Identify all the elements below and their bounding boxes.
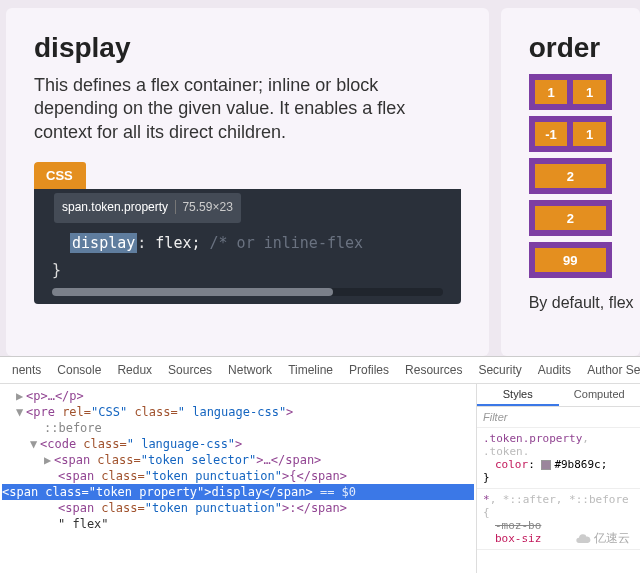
styles-filter[interactable]: Filter (477, 407, 640, 428)
tab-profiles[interactable]: Profiles (341, 357, 397, 383)
code-line-2: display: flex; /* or inline-flex (52, 230, 443, 257)
order-box: -1 (535, 122, 568, 146)
dom-node[interactable]: ▶<p>…</p> (2, 388, 474, 404)
tab-network[interactable]: Network (220, 357, 280, 383)
order-row: -11 (529, 116, 612, 152)
display-title: display (34, 32, 461, 64)
horizontal-scrollbar[interactable] (52, 288, 443, 296)
order-title: order (529, 32, 612, 64)
tab-security[interactable]: Security (470, 357, 529, 383)
dom-node[interactable]: ▼<code class=" language-css"> (2, 436, 474, 452)
subtab-computed[interactable]: Computed (559, 384, 641, 406)
dom-node[interactable]: ▼<pre rel="CSS" class=" language-css"> (2, 404, 474, 420)
subtab-styles[interactable]: Styles (477, 384, 559, 406)
order-grid: 11 -11 2 2 99 (529, 74, 612, 278)
order-box: 1 (573, 80, 606, 104)
tab-redux[interactable]: Redux (109, 357, 160, 383)
display-card: display This defines a flex container; i… (6, 8, 489, 356)
tab-console[interactable]: Console (49, 357, 109, 383)
color-swatch-icon[interactable] (541, 460, 551, 470)
tooltip-dimensions: 75.59×23 (175, 200, 232, 214)
order-row: 2 (529, 200, 612, 236)
dom-node-selected[interactable]: <span class="token property">display</sp… (2, 484, 474, 500)
order-row: 2 (529, 158, 612, 194)
watermark: 亿速云 (571, 528, 634, 549)
highlighted-property: display (70, 233, 137, 253)
order-desc: By default, flex (529, 294, 612, 312)
devtools-tabs: nents Console Redux Sources Network Time… (0, 357, 640, 384)
code-body[interactable]: span.token.property 75.59×23 .c display:… (34, 189, 461, 304)
display-desc: This defines a flex container; inline or… (34, 74, 461, 144)
dom-text-node[interactable]: " flex" (2, 516, 474, 532)
code-block: CSS span.token.property 75.59×23 .c disp… (34, 162, 461, 304)
order-row: 99 (529, 242, 612, 278)
devtools-panel: nents Console Redux Sources Network Time… (0, 356, 640, 573)
order-box: 99 (535, 248, 606, 272)
tab-resources[interactable]: Resources (397, 357, 470, 383)
tab-timeline[interactable]: Timeline (280, 357, 341, 383)
tab-sources[interactable]: Sources (160, 357, 220, 383)
order-box: 1 (535, 80, 568, 104)
dom-tree[interactable]: ▶<p>…</p> ▼<pre rel="CSS" class=" langua… (0, 384, 476, 573)
order-card: order 11 -11 2 2 99 By default, flex (501, 8, 640, 356)
cloud-icon (575, 531, 591, 547)
dom-node[interactable]: ▶<span class="token selector">…</span> (2, 452, 474, 468)
code-line-3: } (52, 257, 443, 284)
tab-audits[interactable]: Audits (530, 357, 579, 383)
code-lang-tab: CSS (34, 162, 86, 189)
css-rule[interactable]: .token.property, .token. color: #9b869c;… (477, 428, 640, 489)
order-row: 11 (529, 74, 612, 110)
styles-subtabs: Styles Computed (477, 384, 640, 407)
order-box: 1 (573, 122, 606, 146)
inspect-tooltip: span.token.property 75.59×23 (54, 193, 241, 223)
dom-node[interactable]: <span class="token punctuation">{</span> (2, 468, 474, 484)
dom-node[interactable]: <span class="token punctuation">:</span> (2, 500, 474, 516)
tooltip-selector: span.token.property (62, 200, 168, 214)
dom-pseudo[interactable]: ::before (2, 420, 474, 436)
tab-author-settings[interactable]: Author Settings (579, 357, 640, 383)
tab-elements[interactable]: nents (4, 357, 49, 383)
order-box: 2 (535, 206, 606, 230)
order-box: 2 (535, 164, 606, 188)
